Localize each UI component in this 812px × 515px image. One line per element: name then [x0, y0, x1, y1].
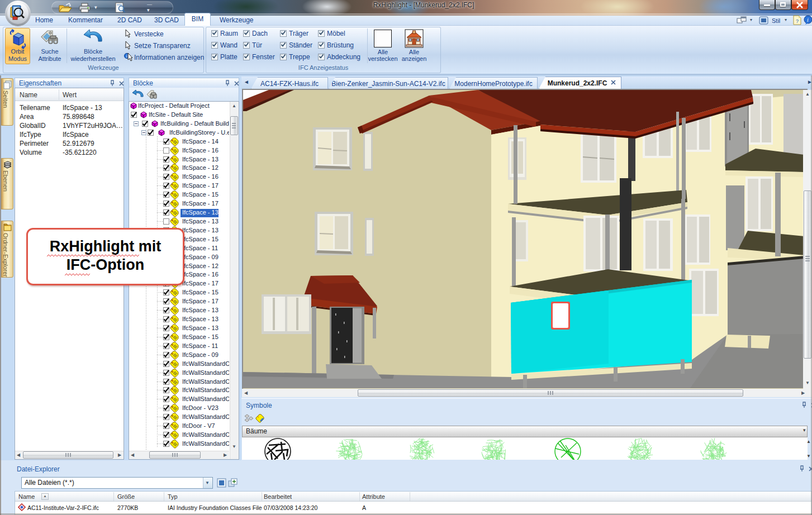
svg-text:?: ? — [796, 18, 799, 24]
svg-text:i: i — [807, 17, 809, 23]
